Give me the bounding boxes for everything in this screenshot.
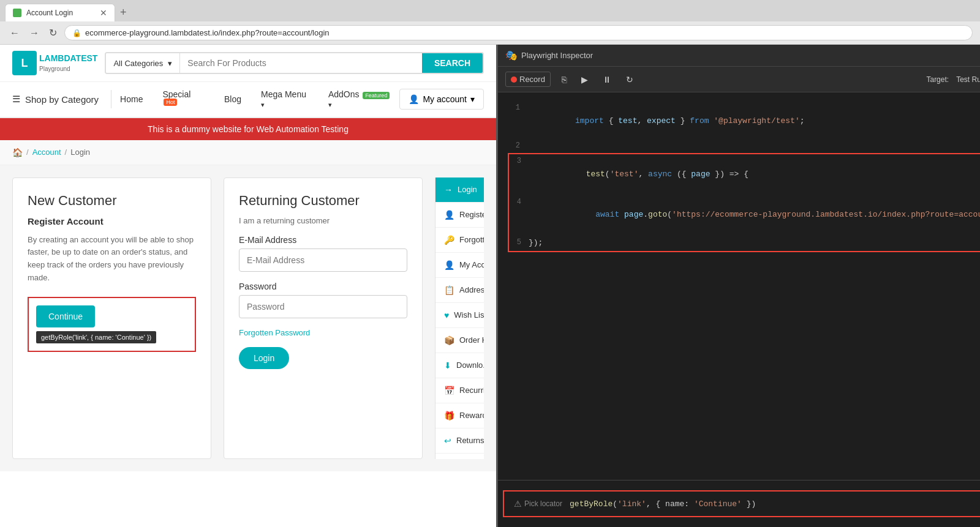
addons-arrow: ▾ bbox=[328, 101, 332, 108]
breadcrumb-account[interactable]: Account bbox=[32, 148, 61, 157]
pick-locator-label: ⚠ Pick locator bbox=[514, 499, 562, 509]
new-customer-card: New Customer Register Account By creatin… bbox=[12, 178, 211, 459]
sidebar-item-myaccount[interactable]: 👤 My Acco... bbox=[435, 253, 484, 278]
nav-addons[interactable]: AddOns Featured ▾ bbox=[320, 82, 400, 116]
sidebar-item-downloads[interactable]: ⬇ Downlo... bbox=[435, 353, 484, 378]
forward-button[interactable]: → bbox=[27, 26, 42, 40]
pick-icon: ⚠ bbox=[514, 499, 522, 509]
record-label: Record bbox=[519, 75, 545, 84]
continue-button[interactable]: Continue bbox=[36, 305, 95, 327]
logo-icon: L bbox=[12, 51, 37, 75]
nav-links: Home Special Hot Blog Mega Menu ▾ AddOns… bbox=[111, 82, 399, 117]
search-button[interactable]: SEARCH bbox=[422, 53, 483, 73]
tab-favicon bbox=[13, 9, 21, 17]
nav-home[interactable]: Home bbox=[111, 87, 151, 111]
sidebar-register-label: Register bbox=[459, 210, 484, 219]
account-sidebar: → Login 👤 Register 🔑 Forgotte... 👤 My Ac… bbox=[435, 178, 484, 459]
email-input[interactable] bbox=[239, 249, 407, 272]
wishlist-icon: ♥ bbox=[444, 310, 449, 320]
copy-code-button[interactable]: ⎘ bbox=[558, 72, 570, 87]
sidebar-item-orders[interactable]: 📦 Order H... bbox=[435, 328, 484, 353]
register-icon: 👤 bbox=[444, 210, 454, 220]
refresh-button[interactable]: ↻ bbox=[622, 72, 637, 87]
nav-blog[interactable]: Blog bbox=[216, 87, 250, 111]
sidebar-myaccount-label: My Acco... bbox=[459, 260, 484, 269]
sidebar-item-recurring[interactable]: 📅 Recurrin... bbox=[435, 378, 484, 403]
search-input[interactable] bbox=[180, 53, 422, 73]
returning-customer-card: Returning Customer I am a returning cust… bbox=[224, 178, 423, 459]
recurring-icon: 📅 bbox=[444, 386, 454, 395]
svg-text:L: L bbox=[21, 57, 28, 69]
inspector-toolbar: Record ⎘ ▶ ⏸ ↻ Target: Test Runner ⋮ ≡ bbox=[498, 67, 980, 92]
sidebar-item-reward[interactable]: 🎁 Reward bbox=[435, 403, 484, 428]
pick-locator-bar: ⚠ Pick locator getByRole('link', { name:… bbox=[503, 490, 980, 517]
sidebar-item-address[interactable]: 📋 Address bbox=[435, 278, 484, 303]
target-value: Test Runner bbox=[956, 75, 980, 84]
my-account-arrow: ▾ bbox=[470, 94, 475, 104]
sidebar-item-wishlist[interactable]: ♥ Wish Lis... bbox=[435, 303, 484, 328]
bottom-bar: ⚠ Pick locator getByRole('link', { name:… bbox=[498, 480, 980, 527]
search-bar: All Categories SEARCH bbox=[105, 52, 484, 74]
playwright-inspector: 🎭 Playwright Inspector ─ □ ✕ Record ⎘ ▶ … bbox=[496, 45, 980, 527]
reload-button[interactable]: ↻ bbox=[47, 26, 59, 40]
playwright-icon: 🎭 bbox=[505, 50, 518, 61]
reward-icon: 🎁 bbox=[444, 411, 454, 420]
inspector-title: 🎭 Playwright Inspector bbox=[505, 50, 593, 61]
code-line-5: 5 }); bbox=[509, 236, 980, 251]
user-icon: 👤 bbox=[409, 94, 419, 104]
play-button[interactable]: ▶ bbox=[578, 72, 592, 87]
breadcrumb-sep-2: / bbox=[65, 148, 67, 157]
sidebar-downloads-label: Downlo... bbox=[456, 361, 484, 370]
new-customer-subtitle: Register Account bbox=[28, 216, 196, 226]
login-icon: → bbox=[444, 185, 453, 195]
back-button[interactable]: ← bbox=[7, 26, 22, 40]
sidebar-item-register[interactable]: 👤 Register bbox=[435, 203, 484, 228]
new-customer-text: By creating an account you will be able … bbox=[28, 234, 196, 285]
nav-special[interactable]: Special Hot bbox=[154, 82, 213, 117]
inspector-titlebar: 🎭 Playwright Inspector ─ □ ✕ bbox=[498, 45, 980, 67]
url-bar[interactable]: 🔒 ecommerce-playground.lambdatest.io/ind… bbox=[64, 25, 973, 40]
address-icon: 📋 bbox=[444, 285, 454, 295]
category-select[interactable]: All Categories bbox=[106, 53, 180, 73]
password-input[interactable] bbox=[239, 295, 407, 318]
forgot-password-link[interactable]: Forgotten Password bbox=[239, 328, 407, 337]
address-bar: ← → ↻ 🔒 ecommerce-playground.lambdatest.… bbox=[0, 21, 980, 44]
nav-mega-menu[interactable]: Mega Menu ▾ bbox=[252, 82, 317, 116]
record-dot bbox=[511, 77, 517, 83]
tab-bar: Account Login ✕ + bbox=[0, 0, 980, 21]
sidebar-address-label: Address bbox=[459, 285, 484, 294]
code-editor: 1 import { test, expect } from '@playwri… bbox=[498, 92, 980, 480]
logo-subtitle: Playground bbox=[39, 65, 70, 72]
myaccount-icon: 👤 bbox=[444, 260, 454, 270]
login-button[interactable]: Login bbox=[239, 347, 289, 369]
main-layout: L LAMBDATEST Playground All Categories S… bbox=[0, 45, 980, 527]
mega-menu-label: Mega Menu bbox=[261, 89, 306, 99]
sidebar-login-label: Login bbox=[458, 185, 477, 194]
browser-tab[interactable]: Account Login ✕ bbox=[5, 4, 115, 21]
store-nav: ☰ Shop by Category Home Special Hot Blog… bbox=[0, 82, 496, 118]
new-customer-title: New Customer bbox=[28, 193, 196, 209]
sidebar-reward-label: Reward bbox=[459, 411, 484, 420]
breadcrumb-home[interactable]: 🏠 bbox=[12, 148, 23, 157]
my-account-label: My account bbox=[423, 94, 467, 104]
forgotten-icon: 🔑 bbox=[444, 235, 454, 245]
logo-text-block: LAMBDATEST Playground bbox=[39, 53, 97, 73]
my-account-button[interactable]: 👤 My account ▾ bbox=[399, 89, 484, 110]
lock-icon: 🔒 bbox=[72, 29, 81, 37]
logo: L LAMBDATEST Playground bbox=[12, 51, 97, 75]
code-highlight-region: 3 test('test', async ({ page }) => { 4 a… bbox=[508, 153, 980, 252]
record-button[interactable]: Record bbox=[505, 72, 551, 87]
sidebar-item-login[interactable]: → Login bbox=[435, 178, 484, 203]
pause-button[interactable]: ⏸ bbox=[599, 72, 615, 87]
browser-content: L LAMBDATEST Playground All Categories S… bbox=[0, 45, 496, 527]
shop-by-category[interactable]: ☰ Shop by Category bbox=[12, 86, 99, 112]
sidebar-item-forgotten[interactable]: 🔑 Forgotte... bbox=[435, 228, 484, 253]
returning-customer-title: Returning Customer bbox=[239, 193, 407, 209]
new-tab-button[interactable]: + bbox=[115, 4, 132, 21]
code-line-1: 1 import { test, expect } from '@playwri… bbox=[508, 102, 980, 140]
sidebar-item-returns[interactable]: ↩ Returns bbox=[435, 428, 484, 454]
tab-close-button[interactable]: ✕ bbox=[100, 8, 107, 18]
returning-subtitle: I am a returning customer bbox=[239, 216, 407, 225]
tab-title: Account Login bbox=[26, 9, 95, 17]
mega-menu-arrow: ▾ bbox=[261, 101, 265, 108]
